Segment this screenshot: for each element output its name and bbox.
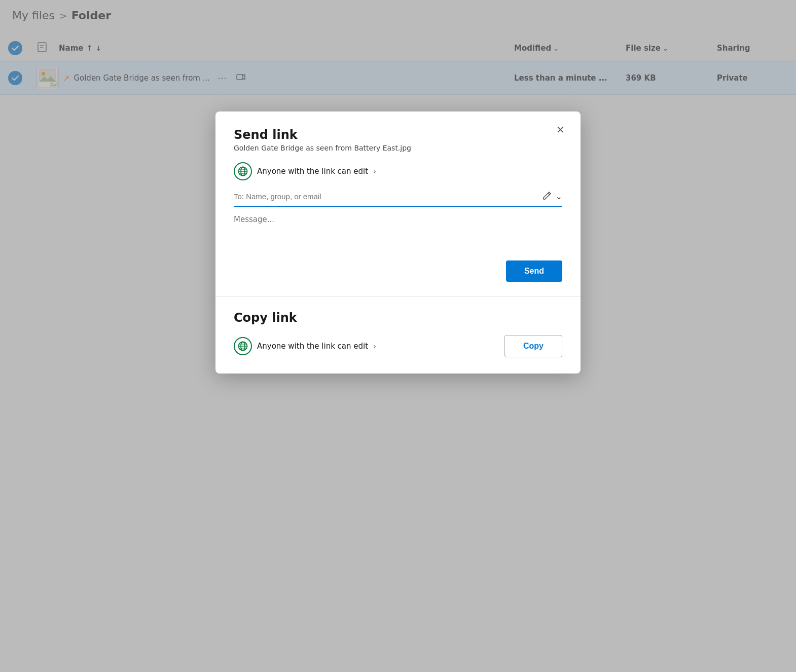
to-input[interactable] — [234, 192, 538, 201]
copy-permission-chevron: › — [373, 342, 376, 350]
copy-button[interactable]: Copy — [504, 335, 562, 357]
globe-icon-copy — [234, 337, 252, 355]
send-permission-text: Anyone with the link can edit — [257, 167, 368, 176]
globe-icon-send — [234, 162, 252, 180]
close-button[interactable]: ✕ — [552, 122, 568, 138]
copy-link-section: Copy link Anyone with the link can edit … — [215, 296, 581, 374]
dialog-title: Send link — [234, 128, 562, 142]
to-chevron-down-icon[interactable]: ⌄ — [556, 192, 562, 201]
send-permission-row[interactable]: Anyone with the link can edit › — [234, 162, 562, 180]
send-link-dialog: Send link Golden Gate Bridge as seen fro… — [215, 111, 581, 374]
send-btn-row: Send — [234, 260, 562, 282]
copy-row: Anyone with the link can edit › Copy — [234, 335, 562, 357]
close-icon: ✕ — [556, 124, 565, 136]
send-button[interactable]: Send — [506, 260, 562, 282]
to-field-row[interactable]: ⌄ — [234, 191, 562, 207]
dialog-subtitle: Golden Gate Bridge as seen from Battery … — [234, 144, 562, 152]
copy-permission-row[interactable]: Anyone with the link can edit › — [234, 337, 376, 355]
send-link-section: Send link Golden Gate Bridge as seen fro… — [215, 111, 581, 296]
send-permission-chevron: › — [373, 167, 376, 175]
message-input[interactable] — [234, 215, 562, 250]
dialog-overlay: Send link Golden Gate Bridge as seen fro… — [0, 0, 796, 672]
copy-link-title: Copy link — [234, 311, 562, 325]
copy-permission-text: Anyone with the link can edit — [257, 342, 368, 351]
pencil-icon[interactable] — [542, 191, 552, 202]
